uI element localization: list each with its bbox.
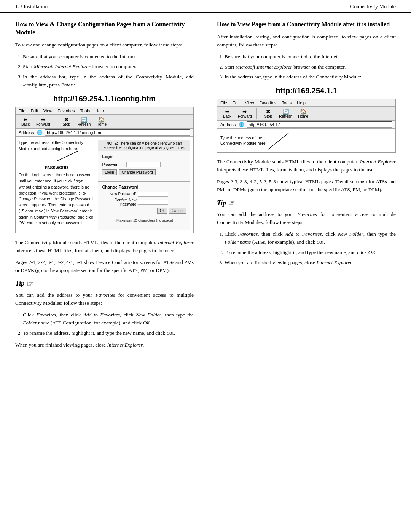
login-heading: Login — [102, 154, 186, 159]
browser-content-left: Type the address of the Connectivity Mod… — [19, 140, 94, 230]
tip-heading-left: Tip ☞ — [15, 279, 194, 288]
page: 1-3 Installation Connectivity Module How… — [0, 0, 411, 532]
toolbar-separator-r — [256, 108, 257, 119]
change-password-section: Change Password New Password* Confirm Ne… — [98, 185, 190, 217]
menu-view[interactable]: View — [43, 109, 53, 113]
forward-button[interactable]: ➡ Forward — [36, 117, 50, 126]
page-header: 1-3 Installation Connectivity Module — [0, 0, 411, 13]
header-right: Connectivity Module — [350, 4, 396, 10]
browser-address-left: Address 🌐 http://169.254.1.1/ config.htm — [16, 129, 193, 137]
change-password-button[interactable]: Change Password — [119, 169, 156, 175]
new-password-label: New Password* — [102, 192, 136, 196]
browser-caption-left: Type the address of the Connectivity Mod… — [19, 140, 94, 152]
content-area: How to View & Change Configuration Pages… — [0, 13, 411, 532]
browser-menubar-left: File Edit View Favorites Tools Help — [16, 107, 193, 115]
note-bar: NOTE: There can only be one client who c… — [98, 140, 190, 151]
login-buttons: Login Change Password — [102, 169, 186, 175]
confirm-password-label: Confirm New Password — [102, 198, 136, 206]
password-label: Password — [102, 162, 125, 167]
home-icon: 🏠 — [98, 117, 105, 122]
menu-tools-r[interactable]: Tools — [282, 101, 292, 105]
address-field-left[interactable]: http://169.254.1.1/ config.htm — [45, 129, 190, 136]
menu-favorites[interactable]: Favorites — [57, 109, 75, 113]
back-button-r[interactable]: ⬅ Back — [220, 109, 234, 118]
address-label-right: Address — [220, 122, 236, 127]
tip-word-right: Tip — [217, 199, 226, 207]
footnote: *Maximum 15 characters (no space) — [98, 217, 190, 224]
browser-address-right: Address 🌐 http://169.254.1.1 — [217, 121, 395, 129]
change-pw-heading: Change Password — [102, 185, 186, 189]
browser-toolbar-left: ⬅ Back ➡ Forward ✖ Stop 🔄 Refresh — [16, 115, 193, 129]
browser-menubar-right: File Edit View Favorites Tools Help — [217, 99, 395, 107]
left-intro: To view and change configuration pages o… — [15, 41, 194, 49]
menu-edit-r[interactable]: Edit — [233, 101, 240, 105]
forward-button-r[interactable]: ➡ Forward — [238, 109, 252, 118]
confirm-password-row: Confirm New Password — [102, 198, 186, 206]
stop-icon-r: ✖ — [266, 109, 271, 114]
menu-edit[interactable]: Edit — [31, 109, 38, 113]
menu-file[interactable]: File — [19, 109, 25, 113]
browser-toolbar-right: ⬅ Back ➡ Forward ✖ Stop 🔄 Refresh — [217, 107, 395, 121]
right-steps-list: Be sure that your computer is connected … — [225, 53, 396, 81]
login-button[interactable]: Login — [102, 169, 116, 175]
tip-word-left: Tip — [15, 280, 24, 288]
tip-step-right-3: When you are finished viewing pages, clo… — [225, 259, 396, 267]
right-heading: How to View Pages from a Connectivity Mo… — [217, 21, 396, 29]
toolbar-separator-1 — [55, 116, 55, 127]
tip-steps-left: Click Favorites, then click Add to Favor… — [23, 311, 194, 337]
refresh-button[interactable]: 🔄 Refresh — [77, 117, 91, 126]
change-pw-buttons: Ok Cancel — [102, 208, 186, 214]
left-step-3: In the address bar, type in the address … — [23, 73, 194, 89]
menu-file-r[interactable]: File — [220, 101, 227, 105]
right-para2: Pages 2-3, 3-3, 4-2, 5-2, 5-3 show typic… — [217, 178, 396, 194]
menu-tools[interactable]: Tools — [80, 109, 90, 113]
stop-icon: ✖ — [64, 117, 69, 122]
arrow-line-left — [57, 150, 80, 162]
home-icon-r: 🏠 — [300, 109, 306, 114]
tip-icon-left: ☞ — [27, 279, 33, 288]
confirm-password-input[interactable] — [138, 200, 168, 205]
password-field-row: Password — [102, 162, 186, 167]
cancel-button[interactable]: Cancel — [169, 208, 186, 214]
stop-button-r[interactable]: ✖ Stop — [261, 109, 275, 118]
left-para1: The Connectivity Module sends HTML files… — [15, 239, 194, 255]
arrow-line-right — [268, 131, 291, 150]
tip-steps-right: Click Favorites, then click Add to Favor… — [225, 230, 396, 267]
browser-body-left: Type the address of the Connectivity Mod… — [16, 137, 193, 233]
ok-button[interactable]: Ok — [157, 208, 167, 214]
home-button[interactable]: 🏠 Home — [95, 117, 108, 126]
left-step-2: Start Microsoft Internet Explorer browse… — [23, 63, 194, 71]
menu-favorites-r[interactable]: Favorites — [259, 101, 276, 105]
password-input[interactable] — [126, 162, 161, 167]
left-para2: Pages 2-1, 2-2, 3-1, 3-2, 4-1, 5-1 show … — [15, 259, 194, 275]
home-button-r[interactable]: 🏠 Home — [296, 109, 310, 118]
tip-para-right: You can add the address to your Favorite… — [217, 211, 396, 227]
right-url: http://169.254.1.1 — [217, 86, 396, 95]
refresh-icon-r: 🔄 — [282, 109, 289, 114]
refresh-button-r[interactable]: 🔄 Refresh — [279, 109, 293, 118]
back-icon-r: ⬅ — [225, 109, 229, 114]
right-intro: After installation, testing, and configu… — [217, 33, 396, 49]
back-button[interactable]: ⬅ Back — [19, 117, 32, 126]
stop-button[interactable]: ✖ Stop — [60, 117, 73, 126]
tip-heading-right: Tip ☞ — [217, 198, 396, 208]
tip-step-right-2: To rename the address, highlight it, and… — [225, 249, 396, 257]
divider — [98, 181, 190, 182]
new-password-input[interactable] — [138, 192, 168, 197]
right-para1: The Connectivity Module sends HTML files… — [217, 158, 396, 174]
left-steps-list: Be sure that your computer is connected … — [23, 53, 194, 89]
right-column: How to View Pages from a Connectivity Mo… — [206, 13, 411, 532]
right-step-2: Start Microsoft Internet Explorer browse… — [225, 63, 396, 71]
browser-right-panel: NOTE: There can only be one client who c… — [98, 140, 190, 230]
menu-view-r[interactable]: View — [245, 101, 254, 105]
password-description: On the Login screen there is no password… — [19, 172, 94, 226]
browser-mockup-right: File Edit View Favorites Tools Help ⬅ Ba… — [217, 99, 396, 153]
refresh-icon: 🔄 — [81, 117, 87, 122]
address-field-right[interactable]: http://169.254.1.1 — [247, 121, 392, 128]
login-panel: Login Password Login Change Password — [98, 151, 190, 178]
menu-help-r[interactable]: Help — [297, 101, 306, 105]
tip-step-left-2: To rename the address, highlight it, and… — [23, 329, 194, 337]
browser-caption-right: Type the address of theConnectivity Modu… — [220, 135, 265, 146]
right-step-3: In the address bar, type in the address … — [225, 73, 396, 81]
menu-help[interactable]: Help — [95, 109, 104, 113]
